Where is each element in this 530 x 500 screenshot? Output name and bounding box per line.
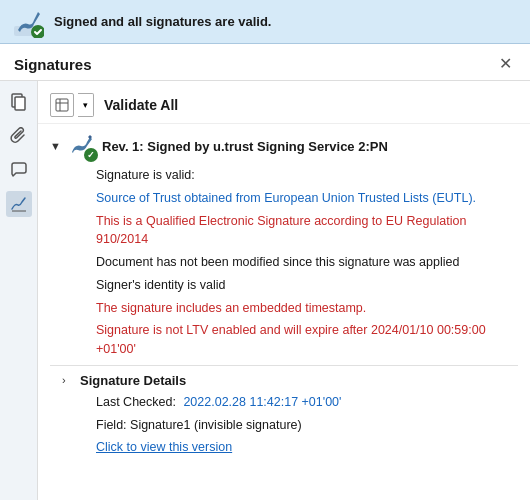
detail-identity-valid: Signer's identity is valid	[96, 274, 518, 297]
last-checked-value: 2022.02.28 11:42:17 +01'00'	[183, 395, 341, 409]
detail-ltv: Signature is not LTV enabled and will ex…	[96, 319, 518, 361]
detail-field: Field: Signature1 (invisible signature)	[96, 414, 518, 437]
sidebar-attachments-icon[interactable]	[6, 123, 32, 149]
close-button[interactable]: ✕	[495, 54, 516, 74]
signatures-panel: Signatures ✕	[0, 44, 530, 500]
sig-sub-header[interactable]: › Signature Details	[50, 370, 518, 391]
detail-valid: Signature is valid:	[96, 164, 518, 187]
sidebar	[0, 81, 38, 500]
svg-rect-3	[15, 97, 25, 110]
panel-header: Signatures ✕	[0, 44, 530, 81]
signature-pen-icon: ✓	[68, 132, 96, 160]
validate-icon-button[interactable]	[50, 93, 74, 117]
sub-section-title: Signature Details	[80, 373, 186, 388]
sig-sub-details: Last Checked: 2022.02.28 11:42:17 +01'00…	[50, 391, 518, 459]
signature-details: Signature is valid: Source of Trust obta…	[50, 164, 518, 361]
banner-signature-icon	[12, 6, 44, 38]
banner-text: Signed and all signatures are valid.	[54, 14, 271, 29]
sig-toggle-icon: ▼	[50, 140, 62, 152]
signature-header[interactable]: ▼ ✓ Rev. 1: Signed by u.trust Signing Se…	[50, 128, 518, 164]
validate-all-label: Validate All	[104, 97, 178, 113]
signature-title: Rev. 1: Signed by u.trust Signing Servic…	[102, 139, 388, 154]
sub-toggle-icon: ›	[62, 374, 74, 386]
sidebar-pages-icon[interactable]	[6, 89, 32, 115]
signature-valid-badge: ✓	[84, 148, 98, 162]
top-banner: Signed and all signatures are valid.	[0, 0, 530, 44]
sidebar-signatures-icon[interactable]	[6, 191, 32, 217]
svg-rect-5	[56, 99, 68, 111]
detail-not-modified: Document has not been modified since thi…	[96, 251, 518, 274]
validate-all-toolbar: ▾ Validate All	[38, 89, 530, 124]
detail-qualified: This is a Qualified Electronic Signature…	[96, 210, 518, 252]
body-area: ▾ Validate All ▼ ✓ Rev. 1: Signed by u.t	[0, 81, 530, 500]
section-divider	[50, 365, 518, 366]
signature-entry: ▼ ✓ Rev. 1: Signed by u.trust Signing Se…	[38, 124, 530, 463]
panel-title: Signatures	[14, 56, 92, 73]
sidebar-annotations-icon[interactable]	[6, 157, 32, 183]
detail-timestamp: The signature includes an embedded times…	[96, 297, 518, 320]
validate-dropdown-button[interactable]: ▾	[78, 93, 94, 117]
detail-last-checked: Last Checked: 2022.02.28 11:42:17 +01'00…	[96, 391, 518, 414]
main-content: ▾ Validate All ▼ ✓ Rev. 1: Signed by u.t	[38, 81, 530, 500]
detail-view-version-link[interactable]: Click to view this version	[96, 436, 518, 459]
last-checked-label: Last Checked:	[96, 395, 176, 409]
detail-eutl: Source of Trust obtained from European U…	[96, 187, 518, 210]
